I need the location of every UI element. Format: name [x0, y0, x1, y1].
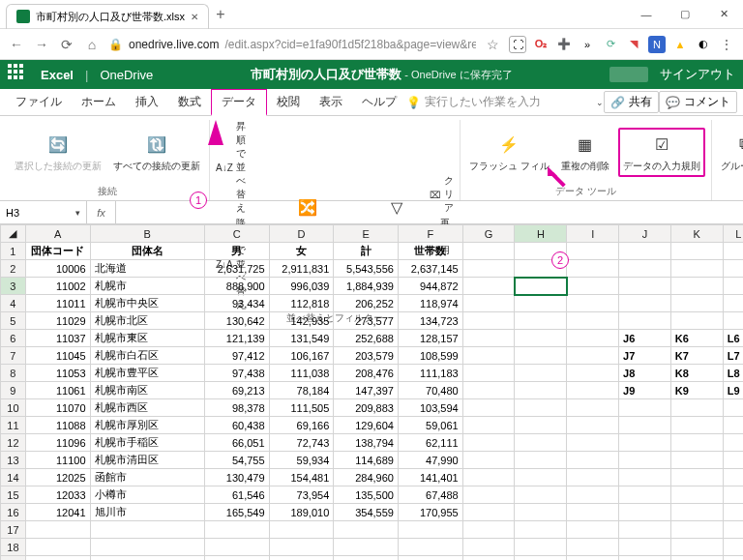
- cell[interactable]: 98,378: [204, 399, 269, 417]
- row-header[interactable]: 14: [1, 469, 26, 486]
- ext-icon-2[interactable]: O₂: [532, 36, 550, 53]
- cell[interactable]: [619, 278, 671, 295]
- cell[interactable]: [619, 295, 671, 312]
- row-header[interactable]: 10: [1, 399, 26, 417]
- row-header[interactable]: 11: [1, 417, 26, 434]
- cell[interactable]: [567, 486, 619, 504]
- cell[interactable]: 189,010: [269, 504, 334, 521]
- cell[interactable]: 11053: [25, 365, 90, 382]
- cell[interactable]: L6: [723, 330, 743, 347]
- select-all-corner[interactable]: ◢: [1, 225, 26, 243]
- cell[interactable]: K8: [670, 365, 723, 382]
- cell[interactable]: [567, 452, 619, 469]
- cell[interactable]: [462, 243, 515, 260]
- cell[interactable]: 69,166: [269, 417, 334, 434]
- cell[interactable]: [462, 295, 515, 312]
- col-header[interactable]: C: [204, 225, 269, 243]
- row-header[interactable]: 17: [1, 521, 26, 539]
- cell[interactable]: [515, 469, 567, 486]
- ribbon-collapse-icon[interactable]: ⌄: [596, 98, 604, 107]
- col-header[interactable]: J: [619, 225, 671, 243]
- window-minimize[interactable]: —: [627, 0, 666, 29]
- user-avatar[interactable]: [609, 67, 648, 82]
- row-header[interactable]: 13: [1, 452, 26, 469]
- cell[interactable]: L8: [723, 365, 743, 382]
- ext-icon-7[interactable]: N: [648, 36, 666, 53]
- onedrive-label[interactable]: OneDrive: [100, 68, 153, 82]
- row-header[interactable]: 4: [1, 295, 26, 312]
- cell[interactable]: 141,401: [398, 469, 462, 486]
- col-header[interactable]: D: [269, 225, 334, 243]
- cell[interactable]: [462, 260, 515, 278]
- cell[interactable]: [619, 504, 671, 521]
- cell[interactable]: 女: [269, 243, 334, 260]
- cell[interactable]: 114,689: [334, 452, 399, 469]
- cell[interactable]: [462, 312, 515, 330]
- cell[interactable]: 11037: [25, 330, 90, 347]
- cell[interactable]: [462, 556, 515, 561]
- cell[interactable]: 147,397: [334, 382, 399, 399]
- row-header[interactable]: 6: [1, 330, 26, 347]
- signout-link[interactable]: サインアウト: [660, 66, 735, 83]
- cell[interactable]: 男: [204, 243, 269, 260]
- cell[interactable]: 計: [334, 243, 399, 260]
- cell[interactable]: 121,139: [204, 330, 269, 347]
- cell[interactable]: 札幌市手稲区: [90, 434, 204, 452]
- new-tab-button[interactable]: +: [209, 6, 232, 23]
- cell[interactable]: [515, 434, 567, 452]
- cell[interactable]: J9: [619, 382, 671, 399]
- ext-icon-9[interactable]: ◐: [695, 36, 712, 53]
- browser-tab[interactable]: 市町村別の人口及び世帯数.xlsx ✕: [6, 4, 209, 29]
- address-bar[interactable]: 🔒 onedrive.live.com /edit.aspx?cid=e1fa9…: [108, 38, 476, 51]
- cell[interactable]: 団体コード: [25, 243, 90, 260]
- row-header[interactable]: 8: [1, 365, 26, 382]
- cell[interactable]: 60,438: [204, 417, 269, 434]
- cell[interactable]: [398, 521, 462, 539]
- cell[interactable]: [567, 365, 619, 382]
- cell[interactable]: [670, 452, 723, 469]
- cell[interactable]: [90, 521, 204, 539]
- cell[interactable]: [723, 539, 743, 556]
- ext-icon-4[interactable]: »: [579, 36, 596, 53]
- cell[interactable]: 12025: [25, 469, 90, 486]
- tab-close-icon[interactable]: ✕: [191, 12, 198, 22]
- cell[interactable]: 11061: [25, 382, 90, 399]
- cell[interactable]: [723, 278, 743, 295]
- col-header[interactable]: H: [515, 225, 567, 243]
- cell[interactable]: [462, 399, 515, 417]
- cell[interactable]: [670, 504, 723, 521]
- cell[interactable]: [515, 486, 567, 504]
- tab-insert[interactable]: 挿入: [126, 89, 168, 116]
- cell[interactable]: [269, 539, 334, 556]
- col-header[interactable]: I: [567, 225, 619, 243]
- cell[interactable]: [670, 469, 723, 486]
- cell[interactable]: 108,599: [398, 347, 462, 365]
- cell[interactable]: 旭川市: [90, 504, 204, 521]
- cell[interactable]: 団体名: [90, 243, 204, 260]
- cell[interactable]: 252,688: [334, 330, 399, 347]
- cell[interactable]: [567, 434, 619, 452]
- cell[interactable]: [515, 556, 567, 561]
- cell[interactable]: 59,934: [269, 452, 334, 469]
- cell[interactable]: 66,051: [204, 434, 269, 452]
- cell[interactable]: [670, 556, 723, 561]
- cell[interactable]: 函館市: [90, 469, 204, 486]
- cell[interactable]: 札幌市清田区: [90, 452, 204, 469]
- cell[interactable]: 67,488: [398, 486, 462, 504]
- cell[interactable]: [269, 521, 334, 539]
- document-name[interactable]: 市町村別の人口及び世帯数: [251, 67, 401, 81]
- cell[interactable]: 59,061: [398, 417, 462, 434]
- cell[interactable]: [25, 539, 90, 556]
- cell[interactable]: 12033: [25, 486, 90, 504]
- cell[interactable]: 944,872: [398, 278, 462, 295]
- cell[interactable]: 札幌市中央区: [90, 295, 204, 312]
- cell[interactable]: [462, 278, 515, 295]
- cell[interactable]: [723, 399, 743, 417]
- cell[interactable]: L9: [723, 382, 743, 399]
- tab-home[interactable]: ホーム: [72, 89, 126, 116]
- cell[interactable]: [462, 365, 515, 382]
- cell[interactable]: [515, 452, 567, 469]
- cell[interactable]: 2,637,145: [398, 260, 462, 278]
- cell[interactable]: 5,543,556: [334, 260, 399, 278]
- cell[interactable]: 2,631,725: [204, 260, 269, 278]
